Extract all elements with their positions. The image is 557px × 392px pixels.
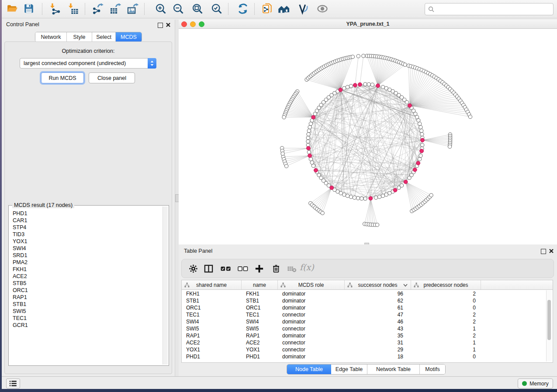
network-node[interactable]: [448, 145, 452, 148]
network-node[interactable]: [420, 132, 424, 136]
network-node[interactable]: [343, 193, 346, 196]
import-table-button[interactable]: [66, 2, 80, 15]
save-session-button[interactable]: [22, 2, 36, 15]
network-node[interactable]: [362, 54, 365, 58]
network-hub-node[interactable]: [408, 103, 412, 107]
network-hub-node[interactable]: [369, 196, 373, 200]
tab-network-table[interactable]: Network Table: [367, 364, 420, 374]
network-node[interactable]: [375, 223, 379, 227]
tab-select[interactable]: Select: [92, 32, 116, 42]
table-row[interactable]: YOX1YOX1connector291: [182, 346, 546, 353]
optimization-criterion-select[interactable]: largest connected component (undirected): [20, 58, 156, 69]
network-node[interactable]: [421, 143, 424, 147]
mcds-result-item[interactable]: SWI4: [10, 245, 163, 252]
tab-network[interactable]: Network: [35, 32, 67, 42]
add-column-button plus-icon[interactable]: [254, 264, 264, 274]
tab-motifs[interactable]: Motifs: [420, 364, 445, 374]
export-image-button[interactable]: [126, 2, 140, 15]
mcds-result-item[interactable]: STB5: [10, 280, 163, 287]
table-row[interactable]: SWI5SWI5connector431: [182, 325, 546, 332]
show-hide-panels-button[interactable]: [315, 2, 329, 15]
zoom-out-button[interactable]: [171, 2, 185, 15]
network-node[interactable]: [281, 152, 284, 155]
table-row[interactable]: RAP1RAP1dominator352: [182, 332, 546, 339]
select-all-button checked-boxes-icon[interactable]: [220, 264, 232, 274]
network-node[interactable]: [306, 140, 310, 143]
open-file-button[interactable]: [5, 2, 19, 15]
network-node[interactable]: [321, 211, 324, 215]
mcds-result-list[interactable]: PHD1CAR1STP4TID3YOX1SWI4SRD1PMA2FKH1ACE2…: [10, 207, 163, 364]
mcds-result-item[interactable]: RAP1: [10, 294, 163, 301]
column-header-MCDS-role[interactable]: MCDS role: [278, 280, 345, 289]
network-node[interactable]: [384, 193, 388, 196]
task-history-button[interactable]: [6, 378, 20, 389]
delete-column-button trash-icon[interactable]: [271, 264, 281, 274]
network-node[interactable]: [370, 83, 374, 86]
search-field[interactable]: [425, 3, 554, 15]
tab-style[interactable]: Style: [67, 32, 92, 42]
network-hub-node[interactable]: [404, 180, 408, 184]
network-node[interactable]: [468, 115, 472, 118]
table-settings-button gear-icon[interactable]: [188, 264, 198, 274]
export-table-button[interactable]: [108, 2, 122, 15]
network-hub-node[interactable]: [421, 138, 425, 142]
column-header-name[interactable]: name: [242, 280, 278, 289]
export-network-button[interactable]: [91, 2, 105, 15]
network-hub-node[interactable]: [376, 84, 380, 88]
network-node[interactable]: [307, 132, 310, 136]
column-header-shared-name[interactable]: shared name: [182, 280, 242, 289]
network-node[interactable]: [419, 154, 422, 157]
tab-mcds[interactable]: MCDS: [116, 32, 142, 42]
mcds-result-item[interactable]: PMA2: [10, 259, 163, 266]
network-node[interactable]: [415, 115, 419, 119]
network-hub-node[interactable]: [393, 188, 397, 192]
network-node[interactable]: [381, 194, 384, 197]
network-node[interactable]: [307, 150, 311, 154]
mcds-result-item[interactable]: ORC1: [10, 287, 163, 294]
network-hub-node[interactable]: [420, 149, 424, 153]
network-node[interactable]: [353, 196, 356, 199]
network-node[interactable]: [356, 55, 360, 58]
table-row[interactable]: FKH1FKH1dominator962: [182, 290, 546, 297]
network-hub-node[interactable]: [330, 186, 334, 190]
network-node[interactable]: [285, 164, 288, 168]
mcds-result-item[interactable]: SRD1: [10, 252, 163, 259]
network-node[interactable]: [403, 63, 407, 66]
network-files-button[interactable]: [260, 2, 274, 15]
network-node[interactable]: [346, 194, 349, 197]
mcds-result-item[interactable]: STB1: [10, 301, 163, 308]
network-node[interactable]: [309, 122, 312, 125]
float-table-panel-icon[interactable]: [541, 249, 546, 254]
import-network-button[interactable]: [48, 2, 62, 15]
network-node[interactable]: [343, 86, 346, 90]
float-panel-icon[interactable]: [158, 23, 163, 28]
zoom-selected-button[interactable]: [210, 2, 224, 15]
close-panel-icon[interactable]: [166, 22, 171, 28]
show-columns-button columns-icon[interactable]: [204, 264, 214, 274]
mcds-result-item[interactable]: TEC1: [10, 315, 163, 322]
mcds-result-item[interactable]: YOX1: [10, 238, 163, 245]
table-row[interactable]: STB1STB1dominator620: [182, 297, 546, 304]
network-node[interactable]: [309, 157, 312, 161]
network-hub-node[interactable]: [416, 161, 420, 165]
home-button[interactable]: [277, 2, 291, 15]
table-row[interactable]: ORC1ORC1dominator610: [182, 304, 546, 311]
network-hub-node[interactable]: [413, 168, 417, 172]
refresh-button[interactable]: [236, 2, 250, 15]
search-input[interactable]: [436, 4, 553, 14]
network-node[interactable]: [405, 100, 408, 104]
network-node[interactable]: [363, 83, 367, 86]
network-canvas[interactable]: [179, 29, 557, 244]
network-node[interactable]: [388, 191, 391, 195]
table-row[interactable]: ACE2ACE2connector311: [182, 339, 546, 346]
network-node[interactable]: [397, 186, 401, 189]
network-node[interactable]: [346, 85, 349, 89]
table-row[interactable]: TEC1TEC1connector472: [182, 311, 546, 318]
network-node[interactable]: [308, 125, 311, 129]
network-hub-node[interactable]: [308, 154, 312, 158]
column-header-predecessor-nodes[interactable]: predecessor nodes: [411, 280, 481, 289]
column-header-successor-nodes[interactable]: successor nodes: [345, 280, 411, 289]
network-node[interactable]: [374, 196, 377, 199]
mcds-result-item[interactable]: SWI5: [10, 308, 163, 315]
network-node[interactable]: [417, 119, 420, 122]
